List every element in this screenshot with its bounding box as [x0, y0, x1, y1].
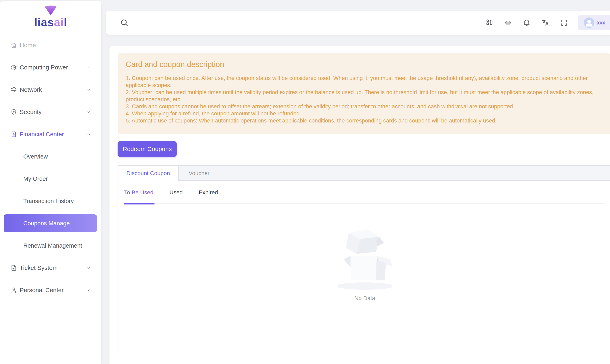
language-translate-icon[interactable] — [541, 19, 549, 27]
brand-logo-icon — [44, 5, 57, 15]
sidebar-item-label: Security — [20, 108, 42, 115]
sidebar-item-label: Overview — [23, 153, 48, 160]
search-icon[interactable] — [120, 18, 129, 27]
user-menu[interactable]: xxx — [578, 15, 610, 30]
ticket-document-icon — [10, 264, 17, 272]
subtab-used[interactable]: Used — [169, 189, 183, 196]
subtab-expired[interactable]: Expired — [199, 189, 218, 196]
chevron-down-icon — [86, 265, 91, 271]
content-panel: Card and coupon description 1. Coupon: c… — [110, 46, 610, 364]
sidebar-item-label: Personal Center — [20, 287, 64, 294]
brand-logo[interactable]: liasail — [0, 5, 101, 29]
sidebar-item-label: Transaction History — [23, 198, 74, 205]
chevron-up-icon — [86, 131, 91, 137]
sidebar-nav: Home Computing Power Network — [0, 34, 101, 301]
top-bar-actions — [485, 19, 568, 27]
tab-voucher[interactable]: Voucher — [179, 166, 219, 180]
subtab-track — [124, 203, 606, 204]
notifications-bell-icon[interactable] — [523, 19, 531, 27]
sidebar-item-security[interactable]: Security — [0, 101, 101, 123]
chevron-down-icon — [86, 109, 91, 115]
cloud-network-icon — [10, 86, 17, 93]
billing-icon: $ — [10, 130, 17, 138]
person-icon — [10, 286, 17, 294]
sidebar-item-label: Coupons Manage — [23, 220, 70, 227]
notice-line: 1. Coupon: can be used once. After use, … — [126, 75, 602, 89]
home-icon — [10, 41, 17, 49]
notice-line: 3. Cards and coupons cannot be used to o… — [126, 103, 602, 110]
status-subtabs: To Be Used Used Expired — [124, 189, 218, 196]
chevron-down-icon — [86, 87, 91, 92]
username: xxx — [597, 20, 605, 26]
sidebar-item-label: Computing Power — [20, 64, 68, 71]
chevron-down-icon — [86, 287, 91, 293]
notice-line: 4. When applying for a refund, the coupo… — [126, 110, 602, 117]
notice-title: Card and coupon description — [126, 60, 602, 69]
sidebar-item-overview[interactable]: Overview — [0, 145, 101, 168]
sidebar-item-network[interactable]: Network — [0, 78, 101, 101]
subtab-to-be-used[interactable]: To Be Used — [124, 189, 153, 196]
svg-text:$: $ — [13, 133, 15, 136]
subtab-active-indicator — [124, 203, 154, 205]
sidebar-item-label: My Order — [23, 176, 48, 182]
sidebar-item-ticket-system[interactable]: Ticket System — [0, 257, 101, 279]
sidebar-item-label: Financial Center — [20, 131, 64, 138]
coupon-description-card: Card and coupon description 1. Coupon: c… — [118, 53, 610, 134]
tab-header: Discount Coupon Voucher — [118, 166, 610, 181]
notice-body: 1. Coupon: can be used once. After use, … — [126, 75, 602, 124]
empty-state: No Data — [124, 229, 606, 301]
fullscreen-icon[interactable] — [560, 19, 568, 27]
coupons-tab-card: Discount Coupon Voucher To Be Used Used … — [118, 165, 610, 354]
empty-box-icon — [337, 229, 392, 291]
components-icon[interactable] — [485, 19, 493, 27]
sidebar-item-transaction-history[interactable]: Transaction History — [0, 190, 101, 212]
sidebar-item-label: Network — [20, 86, 42, 93]
sidebar-item-personal-center[interactable]: Personal Center — [0, 279, 101, 301]
chevron-down-icon — [86, 65, 91, 70]
top-bar: xxx — [106, 11, 610, 35]
sidebar-item-label: Renewal Management — [23, 242, 82, 249]
sidebar-item-financial-center[interactable]: $ Financial Center — [0, 123, 101, 145]
redeem-coupons-button[interactable]: Redeem Coupons — [118, 141, 177, 157]
theme-sun-icon[interactable] — [504, 19, 512, 27]
avatar — [584, 17, 594, 28]
notice-line: 5. Automatic use of coupons: When automa… — [126, 117, 602, 124]
sidebar-item-computing-power[interactable]: Computing Power — [0, 56, 101, 78]
tab-discount-coupon[interactable]: Discount Coupon — [118, 166, 179, 181]
sidebar-item-home[interactable]: Home — [0, 34, 101, 56]
sidebar-item-label: Ticket System — [20, 264, 57, 271]
cpu-icon — [10, 64, 17, 71]
brand-logo-text: liasail — [0, 16, 101, 29]
notice-line: 2. Voucher: can be used multiple times u… — [126, 89, 602, 103]
sidebar-item-renewal-management[interactable]: Renewal Management — [0, 234, 101, 257]
shield-icon — [10, 108, 17, 116]
sidebar: liasail Home Computing Power — [0, 1, 101, 364]
sidebar-item-my-order[interactable]: My Order — [0, 168, 101, 190]
empty-state-label: No Data — [124, 295, 606, 301]
sidebar-item-coupons-manage[interactable]: Coupons Manage — [0, 212, 101, 234]
sidebar-item-label: Home — [20, 42, 36, 49]
